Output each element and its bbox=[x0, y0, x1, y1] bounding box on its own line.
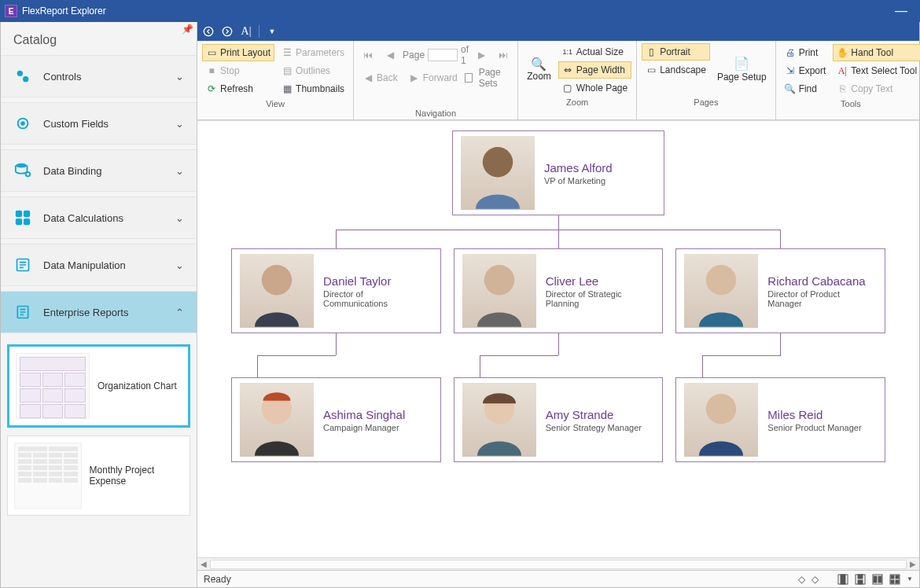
find-button[interactable]: 🔍Find bbox=[781, 80, 830, 97]
minimize-button[interactable]: — bbox=[887, 4, 915, 18]
view-dropdown-icon[interactable]: ▼ bbox=[907, 575, 913, 582]
person-title: Senior Product Manager bbox=[767, 423, 861, 432]
avatar bbox=[462, 383, 536, 457]
hand-tool-button[interactable]: ✋Hand Tool bbox=[833, 44, 920, 61]
zoom-button[interactable]: 🔍 Zoom bbox=[523, 56, 555, 84]
last-page-icon: ⏭ bbox=[498, 50, 509, 61]
pin-icon[interactable]: 📌 bbox=[182, 24, 193, 35]
status-text: Ready bbox=[204, 574, 231, 585]
nav-diamond-prev-icon[interactable]: ◇ bbox=[798, 574, 805, 585]
thumb-label: Monthly Project Expense bbox=[90, 465, 183, 487]
ribbon-group-pages: ▯Portrait ▭Landscape 📄 Page Setup Pages bbox=[637, 41, 775, 119]
group-label: Navigation bbox=[359, 107, 513, 118]
sidebar-item-data-calculations[interactable]: Data Calculations ⌄ bbox=[1, 197, 197, 239]
svg-point-3 bbox=[21, 122, 24, 125]
svg-rect-8 bbox=[16, 219, 22, 225]
chevron-down-icon: ⌄ bbox=[175, 165, 184, 177]
view-grid-button[interactable] bbox=[889, 574, 900, 585]
content-area: A| ▼ ▭Print Layout ■Stop ⟳Refresh ☰Param… bbox=[197, 22, 919, 587]
sidebar-item-data-binding[interactable]: Data Binding ⌄ bbox=[1, 149, 197, 192]
parameters-button[interactable]: ☰Parameters bbox=[278, 44, 348, 61]
parameters-icon: ☰ bbox=[282, 47, 293, 58]
report-viewer[interactable]: James Alford VP of Marketing Daniel Tayl… bbox=[197, 120, 919, 557]
ribbon-group-navigation: ⏮ ◀ Page of 1 ▶ ⏭ ◀Back ▶Forward Page Se… bbox=[354, 41, 518, 119]
org-card-root: James Alford VP of Marketing bbox=[452, 130, 664, 215]
svg-point-16 bbox=[484, 265, 514, 296]
print-layout-button[interactable]: ▭Print Layout bbox=[202, 44, 274, 61]
view-continuous-button[interactable] bbox=[855, 574, 866, 585]
gear-icon bbox=[13, 114, 32, 133]
portrait-button[interactable]: ▯Portrait bbox=[642, 43, 710, 61]
refresh-button[interactable]: ⟳Refresh bbox=[202, 80, 274, 97]
nav-diamond-next-icon[interactable]: ◇ bbox=[811, 574, 819, 585]
page-input[interactable] bbox=[428, 49, 458, 61]
person-name: Ashima Singhal bbox=[323, 408, 405, 421]
catalog-heading: Catalog bbox=[1, 22, 197, 55]
svg-rect-27 bbox=[874, 576, 877, 582]
person-title: Senior Strategy Manager bbox=[546, 423, 642, 432]
thumbnails-button[interactable]: ▦Thumbnails bbox=[278, 80, 348, 97]
qat-dropdown-button[interactable]: ▼ bbox=[264, 24, 280, 39]
page-setup-button[interactable]: 📄 Page Setup bbox=[713, 55, 771, 85]
back-icon: ◀ bbox=[362, 72, 374, 83]
outlines-button[interactable]: ▤Outlines bbox=[278, 62, 348, 79]
last-page-button[interactable]: ⏭ bbox=[494, 46, 513, 64]
copy-text-button[interactable]: ⎘Copy Text bbox=[833, 80, 920, 97]
page-width-button[interactable]: ⇔Page Width bbox=[558, 61, 631, 79]
person-name: Richard Cabacana bbox=[767, 274, 870, 288]
svg-point-20 bbox=[706, 394, 737, 424]
svg-rect-25 bbox=[858, 580, 863, 584]
first-page-icon: ⏮ bbox=[362, 50, 374, 61]
landscape-icon: ▭ bbox=[646, 64, 657, 75]
app-title: FlexReport Explorer bbox=[22, 6, 106, 17]
qat-forward-button[interactable] bbox=[219, 24, 235, 39]
svg-rect-6 bbox=[16, 211, 22, 217]
qat-back-button[interactable] bbox=[201, 24, 216, 39]
page-sets-checkbox[interactable] bbox=[465, 73, 473, 83]
group-label: Tools bbox=[781, 97, 920, 108]
nav-forward-button[interactable]: ▶Forward bbox=[405, 69, 462, 86]
view-two-page-button[interactable] bbox=[872, 574, 883, 585]
org-row-leaf: Ashima SinghalCampaign Manager Amy Stran… bbox=[231, 377, 885, 462]
qat-text-select-button[interactable]: A| bbox=[238, 24, 254, 39]
first-page-button[interactable]: ⏮ bbox=[359, 46, 377, 64]
svg-point-12 bbox=[204, 27, 212, 35]
nav-back-button[interactable]: ◀Back bbox=[359, 69, 402, 86]
horizontal-scrollbar[interactable]: ◀ ▶ bbox=[197, 557, 919, 570]
avatar bbox=[684, 383, 758, 457]
ribbon-group-view: ▭Print Layout ■Stop ⟳Refresh ☰Parameters… bbox=[197, 41, 354, 119]
export-button[interactable]: ⇲Export bbox=[781, 62, 830, 79]
stop-button[interactable]: ■Stop bbox=[202, 62, 274, 79]
whole-page-button[interactable]: ▢Whole Page bbox=[558, 79, 631, 97]
sidebar-item-controls[interactable]: Controls ⌄ bbox=[1, 55, 197, 97]
person-title: Campaign Manager bbox=[323, 423, 405, 432]
svg-rect-31 bbox=[896, 575, 899, 579]
prev-page-button[interactable]: ◀ bbox=[381, 46, 399, 64]
next-page-button[interactable]: ▶ bbox=[472, 46, 491, 64]
view-single-page-button[interactable] bbox=[837, 574, 848, 585]
avatar bbox=[684, 254, 758, 328]
actual-size-icon: 1:1 bbox=[562, 46, 573, 57]
landscape-button[interactable]: ▭Landscape bbox=[642, 61, 710, 79]
print-button[interactable]: 🖨Print bbox=[781, 44, 830, 61]
svg-rect-24 bbox=[858, 575, 863, 579]
report-thumb-org-chart[interactable]: Organization Chart bbox=[7, 344, 190, 428]
hand-icon: ✋ bbox=[837, 47, 848, 58]
database-icon bbox=[13, 161, 32, 180]
sidebar-item-custom-fields[interactable]: Custom Fields ⌄ bbox=[1, 102, 197, 145]
sidebar-item-label: Data Calculations bbox=[43, 212, 123, 224]
sidebar-item-enterprise-reports[interactable]: Enterprise Reports ⌃ bbox=[1, 291, 197, 333]
page-setup-icon: 📄 bbox=[736, 57, 747, 68]
report-icon bbox=[13, 303, 32, 322]
avatar bbox=[462, 254, 536, 328]
scroll-right-icon[interactable]: ▶ bbox=[907, 560, 919, 568]
connector bbox=[231, 215, 885, 248]
sidebar-item-data-manipulation[interactable]: Data Manipulation ⌄ bbox=[1, 244, 197, 286]
text-select-button[interactable]: A|Text Select Tool bbox=[833, 62, 920, 79]
person-name: Cliver Lee bbox=[546, 274, 648, 288]
actual-size-button[interactable]: 1:1Actual Size bbox=[558, 43, 631, 61]
avatar bbox=[240, 383, 314, 457]
scroll-left-icon[interactable]: ◀ bbox=[197, 560, 210, 568]
report-thumb-monthly-expense[interactable]: Monthly Project Expense bbox=[7, 435, 190, 516]
person-title: Director of Product Manager bbox=[767, 289, 870, 308]
